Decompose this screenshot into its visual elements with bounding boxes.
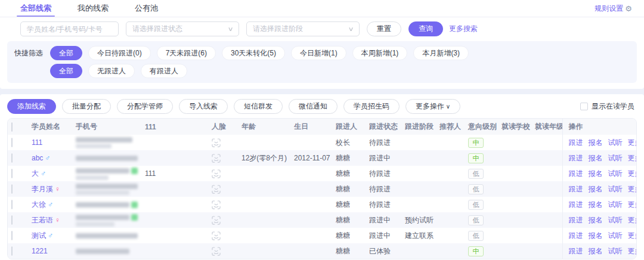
toolbar-button-4[interactable]: 短信群发 (234, 99, 283, 114)
row-action-3[interactable]: 更多 (628, 200, 637, 209)
student-name-link[interactable]: 111 (32, 138, 42, 147)
row-action-1[interactable]: 报名 (589, 247, 603, 255)
row-action-0[interactable]: 跟进 (569, 185, 583, 193)
row-action-2[interactable]: 试听 (608, 200, 623, 209)
toolbar-button-6[interactable]: 学员招生码 (343, 99, 400, 114)
show-enrolled-checkbox[interactable] (580, 103, 588, 110)
row-checkbox[interactable] (11, 153, 13, 163)
phone-blur-block (76, 168, 129, 174)
phone-cell (72, 135, 141, 150)
query-button[interactable]: 查询 (408, 21, 443, 36)
female-icon: ♀ (55, 216, 60, 224)
search-input[interactable] (20, 21, 119, 36)
filter-chip-0-5[interactable]: 本周新增(1) (352, 46, 408, 60)
student-name-link[interactable]: 1221 (32, 247, 48, 255)
row-checkbox[interactable] (11, 246, 13, 256)
row-checkbox[interactable] (11, 231, 13, 240)
row-action-3[interactable]: 更多 (628, 216, 637, 224)
reset-button[interactable]: 重置 (367, 21, 401, 36)
school-cell (498, 212, 531, 228)
filter-chip-1-1[interactable]: 无跟进人 (88, 64, 135, 78)
filter-chip-0-6[interactable]: 本月新增(3) (413, 46, 469, 60)
column-header-0: 学员姓名 (28, 119, 72, 135)
row-action-0[interactable]: 跟进 (569, 216, 583, 224)
row-action-1[interactable]: 报名 (589, 200, 603, 209)
toolbar-button-0[interactable]: 添加线索 (7, 99, 56, 114)
follow-status-select[interactable]: 请选择跟进状态 ∨ (126, 21, 239, 36)
filter-chip-0-0[interactable]: 全部 (50, 46, 82, 60)
student-name-link[interactable]: abc (32, 154, 43, 162)
row-checkbox[interactable] (11, 200, 13, 209)
toolbar-button-2[interactable]: 分配学管师 (117, 99, 173, 114)
row-action-1[interactable]: 报名 (589, 154, 603, 162)
row-action-0[interactable]: 跟进 (569, 200, 583, 209)
student-name-link[interactable]: 大徐 (32, 200, 46, 209)
filter-chip-0-4[interactable]: 今日新增(1) (291, 46, 346, 60)
row-action-1[interactable]: 报名 (589, 216, 603, 224)
column-header-10: 意向级别 (465, 119, 498, 135)
row-action-0[interactable]: 跟进 (569, 138, 583, 147)
student-name-cell: abc♂ (28, 150, 72, 166)
show-enrolled-toggle[interactable]: 显示在读学员 (580, 101, 634, 112)
row-checkbox[interactable] (11, 184, 13, 194)
row-checkbox[interactable] (11, 138, 13, 147)
row-action-1[interactable]: 报名 (589, 185, 603, 193)
row-action-2[interactable]: 试听 (608, 231, 623, 240)
tab-1[interactable]: 我的线索 (78, 0, 109, 17)
row-action-3[interactable]: 更多 (628, 185, 637, 193)
filter-chip-1-0[interactable]: 全部 (50, 64, 82, 78)
row-action-3[interactable]: 更多 (628, 138, 637, 147)
actions-cell: 跟进报名试听更多 (562, 243, 637, 259)
student-name-link[interactable]: 大 (32, 169, 39, 178)
row-action-0[interactable]: 跟进 (569, 231, 583, 240)
student-name-link[interactable]: 李月溪 (32, 185, 53, 193)
row-action-3[interactable]: 更多 (628, 154, 637, 162)
select-all-checkbox[interactable] (11, 122, 13, 132)
birthday-cell (290, 212, 332, 228)
rule-settings-link[interactable]: 规则设置 ⚙ (595, 4, 632, 14)
toolbar-button-5[interactable]: 微信通知 (289, 99, 338, 114)
follow-stage-select[interactable]: 请选择跟进阶段 ∨ (246, 21, 360, 36)
row-action-2[interactable]: 试听 (608, 138, 623, 147)
row-action-1[interactable]: 报名 (589, 138, 603, 147)
filter-chip-1-2[interactable]: 有跟进人 (141, 64, 187, 78)
row-action-2[interactable]: 试听 (608, 247, 623, 255)
row-checkbox[interactable] (11, 215, 13, 225)
toolbar-button-7[interactable]: 更多操作 ∨ (405, 99, 460, 114)
student-name-cell: 1221 (28, 243, 72, 259)
row-action-3[interactable]: 更多 (628, 247, 637, 255)
row-action-3[interactable]: 更多 (628, 169, 637, 178)
row-action-2[interactable]: 试听 (608, 154, 623, 162)
student-name-link[interactable]: 测试 (32, 231, 46, 240)
phone-cell (72, 228, 141, 243)
filter-chip-0-3[interactable]: 30天未转化(5) (222, 46, 285, 60)
tab-2[interactable]: 公有池 (135, 0, 158, 17)
row-action-3[interactable]: 更多 (628, 231, 637, 240)
toolbar-button-3[interactable]: 导入线索 (179, 99, 228, 114)
student-name-link[interactable]: 王若语 (32, 216, 53, 224)
row-action-2[interactable]: 试听 (608, 216, 623, 224)
filter-chip-0-1[interactable]: 今日待跟进(0) (88, 46, 151, 60)
tab-0[interactable]: 全部线索 (20, 0, 51, 17)
row-action-2[interactable]: 试听 (608, 169, 623, 178)
filter-chip-0-2[interactable]: 7天未跟进(6) (157, 46, 216, 60)
grade-cell (531, 228, 562, 243)
follow-status-cell: 待跟进 (366, 135, 401, 150)
column-header-3: 人脸 (208, 119, 238, 135)
face-cell (208, 181, 238, 197)
intent-badge: 中 (468, 138, 484, 148)
follower-cell: 糖糖 (332, 166, 366, 181)
rule-settings-label: 规则设置 (595, 4, 623, 14)
row-action-0[interactable]: 跟进 (569, 169, 583, 178)
school-cell (498, 181, 531, 197)
table-row: 大♂111糖糖待跟进低跟进报名试听更多 (8, 166, 637, 181)
row-action-1[interactable]: 报名 (589, 169, 603, 178)
row-checkbox[interactable] (11, 169, 13, 178)
row-action-0[interactable]: 跟进 (569, 154, 583, 162)
row-action-1[interactable]: 报名 (589, 231, 603, 240)
row-action-2[interactable]: 试听 (608, 185, 623, 193)
row-action-0[interactable]: 跟进 (569, 247, 583, 255)
more-search-link[interactable]: 更多搜索 (449, 24, 478, 34)
phone-masked (76, 156, 138, 161)
toolbar-button-1[interactable]: 批量分配 (62, 99, 111, 114)
